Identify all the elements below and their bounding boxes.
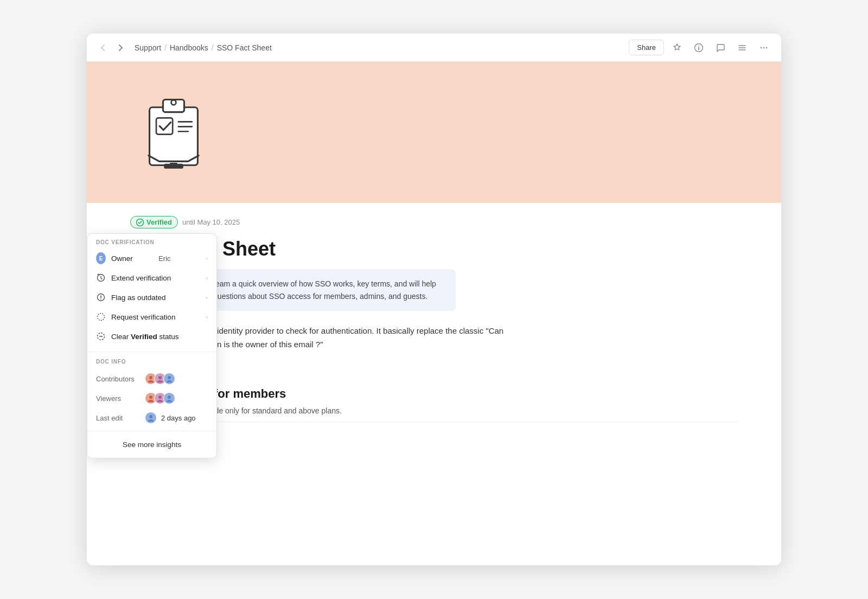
- owner-label: Owner: [111, 254, 153, 263]
- svg-point-29: [168, 376, 171, 379]
- hero-banner: [87, 62, 781, 203]
- svg-point-8: [766, 47, 767, 48]
- svg-rect-9: [150, 107, 198, 165]
- owner-chevron: ›: [206, 255, 208, 262]
- contributors-avatars: [145, 373, 175, 385]
- svg-point-7: [763, 47, 764, 48]
- last-edit-value: 2 days ago: [161, 414, 196, 422]
- svg-point-38: [148, 419, 154, 422]
- info-button[interactable]: [690, 39, 707, 56]
- verified-label: Verified: [146, 218, 172, 226]
- contributors-row: Contributors: [87, 369, 216, 388]
- verified-row: Verified until May 10, 2025: [130, 216, 738, 228]
- viewer-avatar-3: [163, 392, 175, 404]
- page-body: Verified until May 10, 2025 DOC VERIFICA…: [87, 203, 781, 472]
- owner-item[interactable]: E Owner Eric ›: [87, 248, 216, 268]
- breadcrumb: Support / Handbooks / SSO Fact Sheet: [135, 43, 622, 52]
- doc-info-section: DOC INFO Contributors: [87, 354, 216, 431]
- svg-point-23: [98, 314, 105, 321]
- more-button[interactable]: [755, 39, 773, 56]
- content-area: Verified until May 10, 2025 DOC VERIFICA…: [87, 62, 781, 565]
- flag-label: Flag as outdated: [111, 294, 200, 302]
- svg-rect-12: [156, 118, 173, 134]
- svg-point-26: [148, 380, 154, 383]
- see-more-insights-button[interactable]: See more insights: [87, 436, 216, 454]
- contributors-label: Contributors: [96, 375, 139, 383]
- viewers-label: Viewers: [96, 394, 139, 403]
- dropdown-panel: DOC VERIFICATION E Owner Eric ›: [87, 233, 217, 458]
- svg-point-25: [149, 376, 152, 379]
- svg-point-35: [168, 396, 171, 399]
- extend-chevron: ›: [206, 275, 208, 281]
- verified-badge[interactable]: Verified: [130, 216, 178, 228]
- star-button[interactable]: [668, 39, 686, 56]
- extend-verification-item[interactable]: Extend verification ›: [87, 268, 216, 288]
- list-button[interactable]: [733, 39, 751, 56]
- titlebar-actions: Share: [629, 39, 773, 56]
- share-button[interactable]: Share: [629, 40, 664, 55]
- verified-until: until May 10, 2025: [182, 218, 240, 226]
- svg-point-37: [149, 415, 152, 418]
- svg-point-11: [171, 100, 176, 105]
- flag-outdated-item[interactable]: Flag as outdated ›: [87, 288, 216, 307]
- request-verification-item[interactable]: Request verification ›: [87, 307, 216, 327]
- svg-point-34: [157, 400, 163, 402]
- svg-point-27: [158, 376, 162, 379]
- breadcrumb-support[interactable]: Support: [135, 43, 161, 52]
- doc-verification-section: DOC VERIFICATION E Owner Eric ›: [87, 234, 216, 349]
- back-button[interactable]: [95, 40, 111, 55]
- svg-rect-17: [170, 163, 177, 167]
- page-title: SSO Fact Sheet: [130, 235, 738, 260]
- svg-point-33: [158, 396, 162, 399]
- members-label: Members: [130, 422, 738, 439]
- flag-chevron: ›: [206, 294, 208, 301]
- last-edit-row: Last edit 2 days ago: [87, 408, 216, 428]
- doc-info-label: DOC INFO: [87, 359, 216, 369]
- panel-divider: [87, 352, 216, 352]
- request-label: Request verification: [111, 313, 200, 321]
- last-edit-info: 2 days ago: [145, 412, 196, 424]
- panel-footer: See more insights: [87, 431, 216, 458]
- viewers-avatars: [145, 392, 175, 404]
- doc-verification-label: DOC VERIFICATION: [87, 239, 216, 248]
- svg-point-36: [167, 400, 172, 402]
- breadcrumb-sep-2: /: [212, 43, 214, 52]
- last-edit-avatar: [145, 412, 157, 424]
- clear-verified-item[interactable]: Clear Verified status: [87, 327, 216, 346]
- extend-icon: [96, 273, 106, 283]
- flag-icon: [96, 292, 106, 302]
- request-icon: [96, 312, 106, 322]
- owner-value: Eric: [158, 254, 200, 263]
- svg-point-30: [167, 380, 172, 383]
- titlebar: Support / Handbooks / SSO Fact Sheet Sha…: [87, 34, 781, 62]
- breadcrumb-current: SSO Fact Sheet: [217, 43, 272, 52]
- svg-point-22: [100, 298, 101, 300]
- request-chevron: ›: [206, 314, 208, 320]
- svg-point-28: [157, 380, 163, 383]
- clear-icon: [96, 332, 106, 341]
- clipboard-illustration: [130, 89, 217, 176]
- svg-point-6: [761, 47, 762, 48]
- comment-button[interactable]: [712, 39, 729, 56]
- svg-point-32: [148, 400, 154, 402]
- svg-point-2: [698, 45, 699, 46]
- last-edit-label: Last edit: [96, 414, 139, 422]
- owner-avatar: E: [96, 252, 106, 264]
- section-heading: Enforced SSO for members: [130, 387, 738, 401]
- svg-point-31: [149, 396, 152, 399]
- breadcrumb-handbooks[interactable]: Handbooks: [170, 43, 208, 52]
- section-sub-text: This is a feature we provide only for st…: [130, 406, 738, 415]
- clear-label: Clear Verified status: [111, 333, 208, 341]
- breadcrumb-sep-1: /: [164, 43, 167, 52]
- forward-button[interactable]: [113, 40, 128, 55]
- extend-label: Extend verification: [111, 274, 200, 282]
- person-icon: E: [96, 253, 106, 263]
- contributor-avatar-3: [163, 373, 175, 385]
- viewers-row: Viewers: [87, 388, 216, 408]
- nav-buttons: [95, 40, 128, 55]
